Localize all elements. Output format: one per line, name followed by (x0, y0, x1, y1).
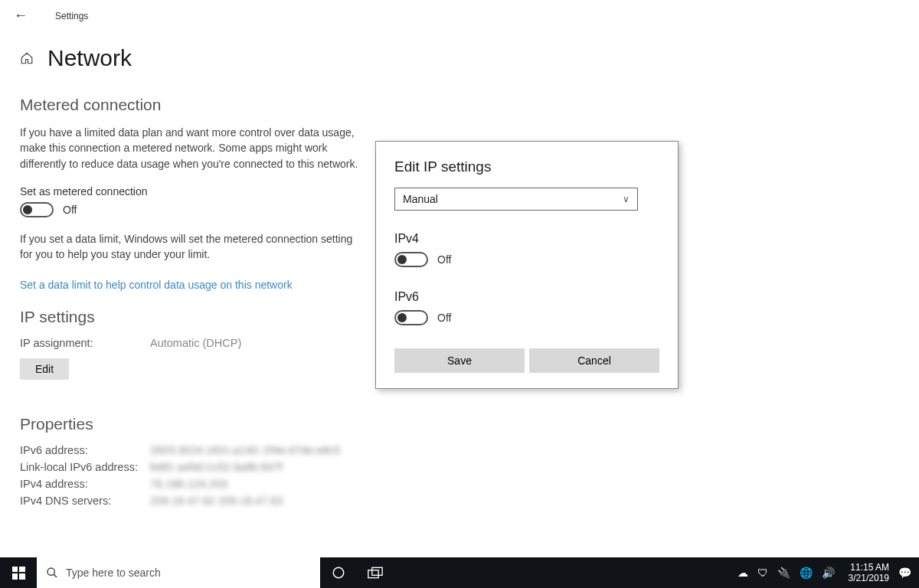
power-icon[interactable]: 🔌 (777, 567, 790, 579)
ipv6-label: IPv6 (394, 290, 659, 304)
clock[interactable]: 11:15 AM 3/21/2019 (844, 562, 889, 584)
edit-ip-button[interactable]: Edit (20, 358, 69, 380)
home-icon[interactable] (20, 51, 34, 65)
ip-mode-dropdown[interactable]: Manual ∨ (394, 188, 638, 211)
property-row: Link-local IPv6 address: fe80::a49d:1c52… (20, 461, 455, 473)
ipv4-label: IPv4 (394, 232, 659, 246)
taskbar-search[interactable]: Type here to search (37, 557, 320, 588)
back-button[interactable]: ← (14, 8, 28, 24)
start-button[interactable] (0, 557, 37, 588)
save-button[interactable]: Save (394, 348, 525, 373)
volume-icon[interactable]: 🔊 (822, 567, 835, 579)
metered-description: If you have a limited data plan and want… (20, 125, 365, 172)
dropdown-value: Manual (403, 193, 438, 205)
properties-heading: Properties (20, 415, 455, 433)
ipv4-toggle[interactable] (394, 252, 428, 267)
svg-line-1 (54, 574, 57, 577)
metered-toggle[interactable] (20, 202, 54, 217)
ipv6-toggle[interactable] (394, 310, 428, 325)
clock-date: 3/21/2019 (849, 573, 889, 583)
ip-assignment-label: IP assignment: (20, 337, 150, 349)
svg-rect-3 (368, 570, 378, 578)
svg-rect-4 (372, 567, 382, 575)
task-view-button[interactable] (357, 557, 394, 588)
chevron-down-icon: ∨ (623, 194, 630, 204)
ipv6-toggle-state: Off (437, 312, 451, 324)
clock-time: 11:15 AM (849, 562, 889, 573)
search-icon (46, 567, 58, 579)
ip-assignment-value: Automatic (DHCP) (150, 337, 241, 349)
property-row: IPv6 address: 2603:3024:182c:a140::2f4e:… (20, 444, 455, 456)
app-title: Settings (55, 11, 88, 21)
taskbar: Type here to search ☁ 🛡 🔌 🌐 🔊 11:15 AM 3… (0, 557, 919, 588)
cancel-button[interactable]: Cancel (529, 348, 659, 373)
property-row: IPv4 address: 76.186.124.203 (20, 478, 455, 490)
ipv4-toggle-state: Off (437, 253, 451, 266)
network-icon[interactable]: 🌐 (800, 567, 813, 579)
svg-point-0 (47, 568, 54, 575)
notifications-icon[interactable]: 💬 (898, 567, 911, 579)
page-title: Network (47, 45, 132, 71)
metered-toggle-state: Off (63, 204, 77, 216)
metered-limit-description: If you set a data limit, Windows will se… (20, 231, 365, 263)
metered-heading: Metered connection (20, 96, 455, 114)
cloud-sync-icon[interactable]: ☁ (737, 567, 748, 579)
data-limit-link[interactable]: Set a data limit to help control data us… (20, 279, 293, 291)
cortana-button[interactable] (320, 557, 357, 588)
edit-ip-dialog: Edit IP settings Manual ∨ IPv4 Off IPv6 … (375, 141, 679, 389)
dialog-title: Edit IP settings (394, 158, 659, 175)
search-placeholder: Type here to search (66, 567, 161, 579)
windows-logo-icon (12, 567, 25, 580)
property-row: IPv4 DNS servers: 209.18.47.62 209.18.47… (20, 495, 455, 507)
svg-point-2 (333, 567, 344, 578)
security-icon[interactable]: 🛡 (757, 567, 768, 579)
